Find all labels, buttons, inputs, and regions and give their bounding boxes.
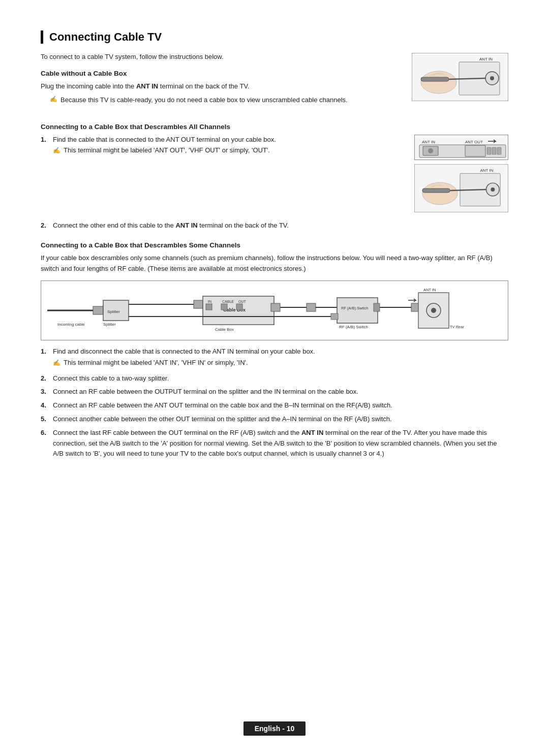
- svg-rect-46: [331, 313, 338, 320]
- section2-step2: 2. Connect the other end of this cable t…: [41, 220, 508, 231]
- section3-steps: 1. Find and disconnect the cable that is…: [41, 346, 508, 460]
- section2-heading: Connecting to a Cable Box that Descrambl…: [41, 123, 508, 131]
- section3-heading: Connecting to a Cable Box that Descrambl…: [41, 241, 508, 249]
- svg-text:Cable Box: Cable Box: [215, 327, 234, 332]
- svg-text:RF (A/B) Switch: RF (A/B) Switch: [341, 306, 368, 310]
- section2-diagrams: ANT IN ANT OUT: [407, 135, 508, 216]
- footer: English - 10: [0, 721, 549, 736]
- section2-step1: 1. Find the cable that is connected to t…: [41, 135, 396, 158]
- svg-text:ANT IN: ANT IN: [479, 57, 493, 61]
- intro-text: To connect to a cable TV system, follow …: [41, 53, 396, 60]
- section-descrambles-some: Connecting to a Cable Box that Descrambl…: [41, 241, 508, 459]
- svg-text:RF (A/B) Switch: RF (A/B) Switch: [339, 325, 368, 329]
- svg-text:ANT IN: ANT IN: [422, 140, 435, 144]
- svg-rect-49: [374, 303, 380, 311]
- ant-in-hand-diagram-1: ANT IN: [412, 53, 508, 101]
- section-descrambles-all: Connecting to a Cable Box that Descrambl…: [41, 123, 508, 231]
- svg-point-3: [490, 76, 494, 80]
- svg-rect-14: [492, 147, 496, 154]
- svg-rect-15: [497, 147, 501, 154]
- svg-rect-12: [465, 145, 485, 156]
- svg-rect-30: [194, 300, 203, 308]
- footer-page-label: English - 10: [243, 721, 306, 736]
- section3-step1: 1. Find and disconnect the cable that is…: [41, 346, 508, 370]
- section1-body: Plug the incoming cable into the ANT IN …: [41, 81, 396, 92]
- svg-rect-41: [307, 303, 316, 311]
- section2-step2-list: 2. Connect the other end of this cable t…: [41, 220, 508, 231]
- svg-text:ANT IN: ANT IN: [423, 288, 436, 292]
- svg-rect-24: [93, 306, 103, 314]
- svg-text:ANT OUT: ANT OUT: [465, 140, 483, 144]
- ant-in-out-diagram: ANT IN ANT OUT: [414, 135, 508, 160]
- page-title: Connecting Cable TV: [41, 30, 508, 44]
- svg-rect-38: [236, 304, 242, 310]
- section3-step2: 2. Connect this cable to a two-way split…: [41, 373, 508, 384]
- svg-text:OUT: OUT: [238, 300, 247, 303]
- svg-rect-13: [487, 147, 491, 154]
- ant-in-hand-diagram-2: ANT IN: [414, 164, 508, 212]
- section3-step3: 3. Connect an RF cable between the OUTPU…: [41, 387, 508, 397]
- svg-text:CABLE: CABLE: [222, 300, 234, 303]
- section-cable-no-box: Cable without a Cable Box Plug the incom…: [41, 70, 396, 105]
- svg-point-20: [422, 182, 458, 205]
- svg-text:Splitter: Splitter: [107, 309, 120, 314]
- section1-note-row: ✍ Because this TV is cable-ready, you do…: [50, 95, 396, 105]
- cable-complex-diagram: Splitter Cable Box IN CABLE OUT: [41, 280, 508, 340]
- svg-point-4: [421, 71, 456, 93]
- note-icon-2a: ✍: [53, 146, 60, 155]
- section2-step1-note: This terminal might be labeled 'ANT OUT'…: [64, 145, 270, 155]
- svg-rect-37: [221, 304, 227, 310]
- section3-step6: 6. Connect the last RF cable between the…: [41, 428, 508, 459]
- section1-heading: Cable without a Cable Box: [41, 70, 396, 77]
- svg-point-19: [491, 187, 495, 192]
- svg-rect-40: [271, 303, 280, 311]
- note-icon-3a: ✍: [53, 358, 60, 368]
- section3-intro: If your cable box descrambles only some …: [41, 253, 508, 274]
- svg-text:Splitter: Splitter: [103, 322, 116, 327]
- section2-steps: 1. Find the cable that is connected to t…: [41, 135, 396, 158]
- note-icon: ✍: [50, 96, 57, 103]
- svg-text:ANT IN: ANT IN: [480, 168, 494, 173]
- top-right-diagram-area: ANT IN: [407, 53, 508, 115]
- section1-note: Because this TV is cable-ready, you do n…: [60, 95, 348, 105]
- section3-step4: 4. Connect an RF cable between the ANT O…: [41, 400, 508, 411]
- svg-text:TV Rear: TV Rear: [450, 325, 464, 329]
- svg-text:Incoming cable: Incoming cable: [57, 322, 85, 327]
- svg-rect-43: [337, 298, 378, 323]
- svg-rect-5: [421, 77, 449, 81]
- section3-step5: 5. Connect another cable between the oth…: [41, 414, 508, 425]
- svg-point-54: [431, 308, 436, 313]
- svg-point-11: [428, 148, 433, 153]
- svg-rect-21: [422, 188, 450, 193]
- section3-step1-note: This terminal might be labeled 'ANT IN',…: [64, 358, 248, 368]
- svg-text:IN: IN: [208, 300, 211, 303]
- svg-rect-36: [206, 304, 212, 310]
